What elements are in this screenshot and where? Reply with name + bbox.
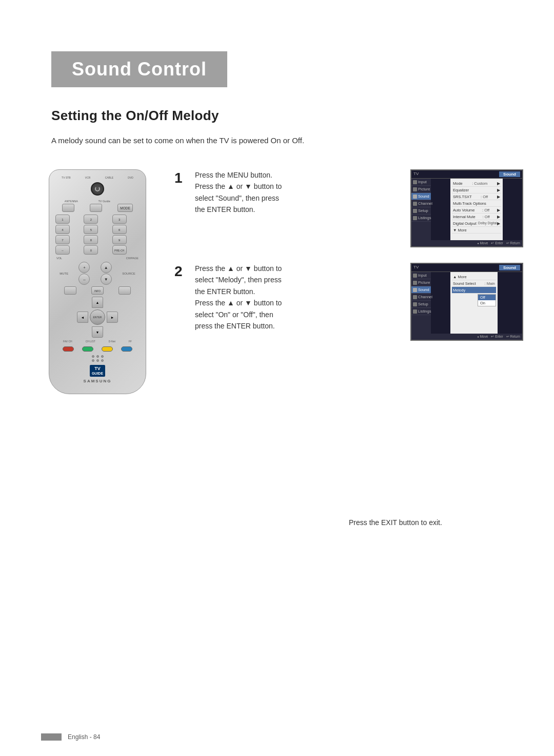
row-more: ▼ More — [452, 227, 501, 234]
s2-menu-sound-active: Sound — [411, 286, 431, 294]
screen-1: TV Sound Input Picture Sound Channe — [410, 169, 523, 247]
dpad: ▲ ▼ ◄ ► ENTER — [77, 297, 118, 338]
row-equalizer: Equalizer ▶ — [452, 187, 501, 193]
btn-7[interactable]: 7 — [55, 235, 70, 244]
source-labels: TV STB VCR CABLE DVD — [54, 176, 141, 179]
row-melody-selected: Melody — [452, 287, 496, 294]
row-srs: SRS.TSXT : Off ▶ — [452, 193, 501, 200]
tvguide-button[interactable] — [90, 204, 102, 212]
section-heading: Setting the On/Off Melody — [51, 108, 219, 124]
intro-text: A melody sound can be set to come on whe… — [51, 136, 304, 145]
indicator-dots-2 — [54, 359, 141, 362]
btn-8[interactable]: 8 — [84, 235, 98, 244]
screen2-content: ▲ More Sound Select : Main Melody Off On — [450, 272, 498, 334]
s2-menu-channel: Channel — [411, 294, 431, 301]
s2-menu-input: Input — [411, 272, 431, 279]
btn-1[interactable]: 1 — [55, 215, 70, 224]
row-mode: Mode : Custom ▶ — [452, 180, 501, 187]
ch-down[interactable]: ▼ — [101, 274, 112, 285]
screen1-header: TV Sound — [411, 170, 522, 179]
power-icon — [95, 186, 100, 191]
red-button[interactable] — [63, 346, 74, 352]
screen2-header: TV Sound — [411, 264, 522, 272]
dropdown-off-selected: Off — [478, 295, 496, 300]
footer-bar — [41, 733, 62, 741]
screen-2: TV Sound Input Picture Sound Channe — [410, 263, 523, 341]
menu-listings: Listings — [411, 215, 431, 222]
btn-0[interactable]: 0 — [84, 245, 98, 255]
row-digital: Digital Output : Dolby Digital ▶ — [452, 220, 501, 227]
antenna-button[interactable] — [62, 204, 74, 212]
s2-menu-setup: Setup — [411, 301, 431, 308]
page-title: Sound Control — [72, 59, 207, 80]
menu-setup: Setup — [411, 207, 431, 215]
samsung-brand: SAMSUNG — [54, 379, 141, 383]
s2-menu-listings: Listings — [411, 308, 431, 315]
melody-dropdown: Off On — [478, 294, 496, 306]
func-btn-2[interactable]: INFO — [91, 286, 104, 295]
row-multitrack: Multi-Track Options — [452, 200, 501, 207]
page-footer: English - 84 — [41, 733, 100, 741]
btn-4[interactable]: 4 — [55, 225, 70, 234]
dropdown-on: On — [478, 300, 496, 306]
dpad-right[interactable]: ► — [107, 312, 118, 323]
power-button[interactable] — [91, 182, 104, 196]
title-banner: Sound Control — [51, 51, 227, 87]
step-2-text: Press the ▲ or ▼ button to select "Melod… — [195, 263, 410, 332]
btn-2[interactable]: 2 — [84, 215, 98, 224]
menu-picture: Picture — [411, 186, 431, 193]
exit-text: Press the EXIT button to exit. — [349, 518, 442, 527]
func-btn-3[interactable] — [118, 286, 131, 295]
mode-button[interactable]: MODE — [117, 204, 133, 212]
blue-button[interactable] — [121, 346, 132, 352]
ch-up[interactable]: ▲ — [101, 262, 112, 273]
yellow-button[interactable] — [102, 346, 113, 352]
indicator-dots — [54, 355, 141, 358]
tvguide-logo: TV GUIDE — [54, 365, 141, 377]
antenna-tvguide-row: ANTENNA TV Guide — [54, 200, 141, 203]
step-1: 1 Press the MENU button. Press the ▲ or … — [174, 169, 523, 247]
screen1-footer: ⬥ Move ↵ Enter ↩ Return — [411, 240, 522, 246]
step-1-text: Press the MENU button. Press the ▲ or ▼ … — [195, 169, 410, 216]
vol-up[interactable]: + — [78, 262, 90, 273]
btn-3[interactable]: 3 — [112, 215, 127, 224]
s2-menu-picture: Picture — [411, 279, 431, 286]
row-more2: ▲ More — [452, 274, 496, 280]
remote-body: TV STB VCR CABLE DVD ANTENNA TV Guide MO… — [49, 169, 146, 394]
dpad-up[interactable]: ▲ — [92, 297, 103, 308]
btn-5[interactable]: 5 — [84, 225, 98, 234]
vol-down[interactable]: – — [78, 274, 90, 285]
step-2-number: 2 — [174, 263, 190, 280]
row-soundselect: Sound Select : Main — [452, 280, 496, 287]
screen1-sidebar: Input Picture Sound Channel Setup — [411, 179, 431, 240]
btn-prech[interactable]: PRE-CH — [112, 245, 127, 255]
step-1-number: 1 — [174, 169, 190, 187]
row-autovolume: Auto Volume : Off ▶ — [452, 207, 501, 214]
dpad-down[interactable]: ▼ — [92, 326, 103, 338]
mode-row: MODE — [54, 204, 141, 212]
step-2: 2 Press the ▲ or ▼ button to select "Mel… — [174, 263, 523, 341]
green-button[interactable] — [82, 346, 93, 352]
numpad: 1 2 3 4 5 6 7 8 9 – 0 PRE-CH — [54, 214, 141, 256]
screen1-content: Mode : Custom ▶ Equalizer ▶ SRS.TSXT : O… — [450, 179, 503, 240]
menu-channel: Channel — [411, 200, 431, 207]
screen2-sidebar: Input Picture Sound Channel Setup — [411, 272, 431, 334]
menu-input: Input — [411, 179, 431, 186]
dpad-left[interactable]: ◄ — [77, 312, 88, 323]
btn-9[interactable]: 9 — [112, 235, 127, 244]
screen2-footer: ⬥ Move ↵ Enter ↩ Return — [411, 334, 522, 340]
btn-6[interactable]: 6 — [112, 225, 127, 234]
menu-sound-active: Sound — [411, 193, 431, 200]
func-btn-1[interactable] — [64, 286, 76, 295]
dpad-enter[interactable]: ENTER — [90, 309, 105, 325]
remote-control: TV STB VCR CABLE DVD ANTENNA TV Guide MO… — [41, 169, 154, 394]
steps-container: 1 Press the MENU button. Press the ▲ or … — [174, 169, 523, 356]
btn-dash[interactable]: – — [55, 245, 70, 255]
footer-text: English - 84 — [68, 733, 100, 741]
row-internalmute: Internal Mute : Off ▶ — [452, 214, 501, 220]
color-buttons — [54, 344, 141, 354]
